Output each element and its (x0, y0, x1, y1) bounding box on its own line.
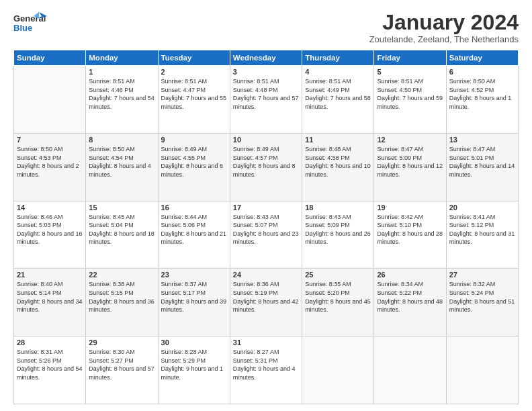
calendar-cell: 5Sunrise: 8:51 AMSunset: 4:50 PMDaylight… (374, 66, 446, 134)
day-info: Sunrise: 8:42 AMSunset: 5:10 PMDaylight:… (377, 213, 443, 246)
calendar-cell: 8Sunrise: 8:50 AMSunset: 4:54 PMDaylight… (86, 133, 158, 201)
svg-text:Blue: Blue (13, 23, 32, 33)
calendar-cell (302, 336, 374, 404)
calendar-cell: 23Sunrise: 8:37 AMSunset: 5:17 PMDayligh… (158, 269, 230, 336)
calendar-cell: 26Sunrise: 8:34 AMSunset: 5:22 PMDayligh… (374, 269, 446, 336)
calendar-cell: 19Sunrise: 8:42 AMSunset: 5:10 PMDayligh… (374, 201, 446, 269)
day-number: 22 (89, 271, 154, 279)
day-of-week-header: Friday (374, 50, 446, 66)
calendar-cell (374, 336, 446, 404)
day-number: 15 (89, 203, 154, 212)
day-of-week-header: Wednesday (230, 50, 302, 66)
calendar-cell: 25Sunrise: 8:35 AMSunset: 5:20 PMDayligh… (302, 269, 374, 336)
day-number: 9 (161, 136, 227, 144)
day-info: Sunrise: 8:51 AMSunset: 4:49 PMDaylight:… (305, 77, 371, 111)
day-number: 12 (377, 136, 443, 144)
day-info: Sunrise: 8:38 AMSunset: 5:15 PMDaylight:… (89, 280, 154, 314)
page: General Blue January 2024 Zoutelande, Ze… (0, 0, 532, 411)
calendar-cell: 29Sunrise: 8:30 AMSunset: 5:27 PMDayligh… (86, 336, 158, 404)
calendar-header: SundayMondayTuesdayWednesdayThursdayFrid… (14, 50, 519, 66)
calendar-cell: 7Sunrise: 8:50 AMSunset: 4:53 PMDaylight… (14, 133, 86, 201)
calendar-cell: 3Sunrise: 8:51 AMSunset: 4:48 PMDaylight… (230, 66, 302, 134)
day-info: Sunrise: 8:50 AMSunset: 4:53 PMDaylight:… (17, 145, 83, 179)
calendar-cell: 27Sunrise: 8:32 AMSunset: 5:24 PMDayligh… (446, 269, 518, 336)
day-info: Sunrise: 8:47 AMSunset: 5:01 PMDaylight:… (449, 145, 515, 179)
calendar-cell: 20Sunrise: 8:41 AMSunset: 5:12 PMDayligh… (446, 201, 518, 269)
day-info: Sunrise: 8:41 AMSunset: 5:12 PMDaylight:… (449, 213, 515, 246)
location: Zoutelande, Zeeland, The Netherlands (369, 34, 519, 44)
day-number: 11 (305, 136, 371, 144)
calendar-cell: 11Sunrise: 8:48 AMSunset: 4:58 PMDayligh… (302, 133, 374, 201)
day-number: 10 (233, 136, 299, 144)
day-info: Sunrise: 8:45 AMSunset: 5:04 PMDaylight:… (89, 213, 154, 246)
day-header-row: SundayMondayTuesdayWednesdayThursdayFrid… (14, 50, 519, 66)
day-number: 23 (161, 271, 227, 279)
calendar-cell (446, 336, 518, 404)
day-info: Sunrise: 8:49 AMSunset: 4:55 PMDaylight:… (161, 145, 227, 179)
calendar-week-row: 1Sunrise: 8:51 AMSunset: 4:46 PMDaylight… (14, 66, 519, 134)
calendar-week-row: 28Sunrise: 8:31 AMSunset: 5:26 PMDayligh… (14, 336, 519, 404)
day-info: Sunrise: 8:30 AMSunset: 5:27 PMDaylight:… (89, 348, 154, 381)
day-info: Sunrise: 8:51 AMSunset: 4:46 PMDaylight:… (89, 77, 154, 111)
day-of-week-header: Thursday (302, 50, 374, 66)
calendar-cell (14, 66, 86, 134)
calendar-cell: 24Sunrise: 8:36 AMSunset: 5:19 PMDayligh… (230, 269, 302, 336)
month-title: January 2024 (369, 11, 519, 34)
day-info: Sunrise: 8:32 AMSunset: 5:24 PMDaylight:… (449, 280, 515, 314)
day-number: 5 (377, 68, 443, 76)
calendar-cell: 16Sunrise: 8:44 AMSunset: 5:06 PMDayligh… (158, 201, 230, 269)
calendar-cell: 28Sunrise: 8:31 AMSunset: 5:26 PMDayligh… (14, 336, 86, 404)
day-info: Sunrise: 8:50 AMSunset: 4:54 PMDaylight:… (89, 145, 154, 179)
day-number: 20 (449, 203, 515, 212)
day-number: 18 (305, 203, 371, 212)
calendar-body: 1Sunrise: 8:51 AMSunset: 4:46 PMDaylight… (14, 66, 519, 404)
day-number: 29 (89, 338, 154, 347)
day-number: 8 (89, 136, 154, 144)
day-of-week-header: Sunday (14, 50, 86, 66)
calendar-cell: 13Sunrise: 8:47 AMSunset: 5:01 PMDayligh… (446, 133, 518, 201)
day-info: Sunrise: 8:44 AMSunset: 5:06 PMDaylight:… (161, 213, 227, 246)
day-of-week-header: Saturday (446, 50, 518, 66)
calendar-table: SundayMondayTuesdayWednesdayThursdayFrid… (13, 50, 519, 404)
day-info: Sunrise: 8:36 AMSunset: 5:19 PMDaylight:… (233, 280, 299, 314)
day-number: 19 (377, 203, 443, 212)
calendar-cell: 14Sunrise: 8:46 AMSunset: 5:03 PMDayligh… (14, 201, 86, 269)
day-info: Sunrise: 8:47 AMSunset: 5:00 PMDaylight:… (377, 145, 443, 179)
day-number: 1 (89, 68, 154, 76)
day-info: Sunrise: 8:46 AMSunset: 5:03 PMDaylight:… (17, 213, 83, 246)
day-number: 27 (449, 271, 515, 279)
day-of-week-header: Monday (86, 50, 158, 66)
day-number: 31 (233, 338, 299, 347)
calendar-cell: 17Sunrise: 8:43 AMSunset: 5:07 PMDayligh… (230, 201, 302, 269)
day-number: 25 (305, 271, 371, 279)
calendar-cell: 6Sunrise: 8:50 AMSunset: 4:52 PMDaylight… (446, 66, 518, 134)
calendar-cell: 1Sunrise: 8:51 AMSunset: 4:46 PMDaylight… (86, 66, 158, 134)
header-right: January 2024 Zoutelande, Zeeland, The Ne… (369, 11, 519, 44)
day-info: Sunrise: 8:51 AMSunset: 4:47 PMDaylight:… (161, 77, 227, 111)
calendar-cell: 30Sunrise: 8:28 AMSunset: 5:29 PMDayligh… (158, 336, 230, 404)
day-info: Sunrise: 8:35 AMSunset: 5:20 PMDaylight:… (305, 280, 371, 314)
calendar-week-row: 14Sunrise: 8:46 AMSunset: 5:03 PMDayligh… (14, 201, 519, 269)
day-number: 30 (161, 338, 227, 347)
day-info: Sunrise: 8:49 AMSunset: 4:57 PMDaylight:… (233, 145, 299, 179)
logo: General Blue (13, 11, 48, 38)
day-number: 7 (17, 136, 83, 144)
day-number: 26 (377, 271, 443, 279)
calendar-cell: 18Sunrise: 8:43 AMSunset: 5:09 PMDayligh… (302, 201, 374, 269)
calendar-week-row: 7Sunrise: 8:50 AMSunset: 4:53 PMDaylight… (14, 133, 519, 201)
day-info: Sunrise: 8:51 AMSunset: 4:50 PMDaylight:… (377, 77, 443, 111)
calendar-cell: 31Sunrise: 8:27 AMSunset: 5:31 PMDayligh… (230, 336, 302, 404)
day-info: Sunrise: 8:51 AMSunset: 4:48 PMDaylight:… (233, 77, 299, 111)
calendar-cell: 2Sunrise: 8:51 AMSunset: 4:47 PMDaylight… (158, 66, 230, 134)
day-number: 16 (161, 203, 227, 212)
logo-icon: General Blue (13, 11, 47, 38)
day-info: Sunrise: 8:37 AMSunset: 5:17 PMDaylight:… (161, 280, 227, 314)
day-info: Sunrise: 8:31 AMSunset: 5:26 PMDaylight:… (17, 348, 83, 381)
day-number: 6 (449, 68, 515, 76)
day-info: Sunrise: 8:43 AMSunset: 5:07 PMDaylight:… (233, 213, 299, 246)
day-number: 17 (233, 203, 299, 212)
calendar-cell: 9Sunrise: 8:49 AMSunset: 4:55 PMDaylight… (158, 133, 230, 201)
day-info: Sunrise: 8:28 AMSunset: 5:29 PMDaylight:… (161, 348, 227, 381)
day-info: Sunrise: 8:43 AMSunset: 5:09 PMDaylight:… (305, 213, 371, 246)
calendar-week-row: 21Sunrise: 8:40 AMSunset: 5:14 PMDayligh… (14, 269, 519, 336)
